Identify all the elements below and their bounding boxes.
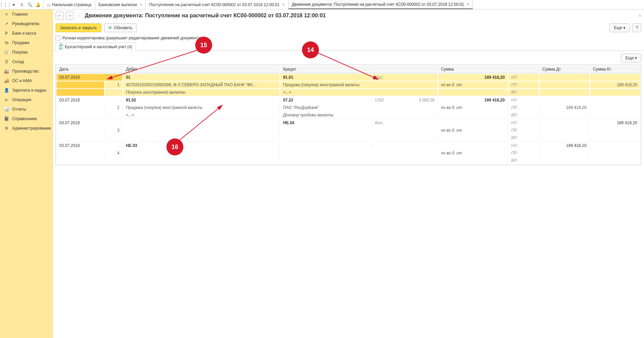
table-row[interactable]: 03.07.2018 НЕ.04 Кол.: НУ: 189 418,20: [57, 119, 640, 126]
bell-icon[interactable]: 🔔: [34, 1, 42, 9]
gear-icon: ⚙: [3, 126, 9, 131]
chart-icon: 📊: [3, 107, 9, 112]
sidebar-item-label: Главное: [12, 12, 28, 17]
table-row[interactable]: 3 по вх.д. от ПР:: [57, 127, 640, 134]
tab-bank-statements[interactable]: Банковские выписки×: [95, 0, 146, 9]
grid-more-button[interactable]: Еще ▾: [621, 54, 641, 62]
close-page-icon[interactable]: ×: [639, 13, 641, 18]
sidebar-item-purchases[interactable]: 🛒Покупки: [0, 48, 53, 57]
truck-icon: 🚚: [3, 78, 9, 83]
ruble-icon: ₽: [3, 31, 9, 36]
save-close-button[interactable]: Записать и закрыть: [56, 23, 101, 32]
menu-icon: ≡: [3, 12, 9, 17]
page-title: Движения документа: Поступление на расче…: [85, 13, 326, 19]
col-debet[interactable]: Дебет: [123, 65, 280, 73]
back-button[interactable]: ←: [56, 12, 64, 20]
refresh-button[interactable]: Обновить: [104, 23, 137, 32]
forward-button[interactable]: →: [66, 12, 74, 20]
sidebar-item-assets[interactable]: 🚚ОС и НМА: [0, 76, 53, 86]
manual-edit-label: Ручная корректировка (разрешает редактир…: [62, 36, 201, 40]
tab-accounting[interactable]: ДтКтБухгалтерский и налоговый учет (4): [56, 42, 136, 51]
table-row[interactable]: ВР:: [57, 134, 640, 142]
sidebar-item-label: Справочники: [12, 116, 37, 121]
table-row[interactable]: 4 по вх.д. от ПР:: [57, 150, 640, 156]
table-row[interactable]: <...> Договор продажи валюты ВР:: [57, 112, 640, 119]
col-sum-lbl: [508, 65, 539, 73]
table-row[interactable]: 03.07.2018 51 91.01 Кол.: 189 418,20 НУ:: [57, 74, 640, 81]
tab-receipt[interactable]: Поступление на расчетный счет КС00-00000…: [146, 0, 288, 9]
col-sum-kt[interactable]: Сумма Кт: [590, 65, 640, 73]
sidebar-item-salary[interactable]: 👤Зарплата и кадры: [0, 86, 53, 95]
sidebar-item-label: ОС и НМА: [12, 78, 32, 83]
bag-icon: 🛍: [3, 40, 9, 45]
close-icon[interactable]: ×: [282, 2, 285, 7]
sidebar-item-label: Отчеты: [12, 107, 26, 112]
trend-icon: ↗: [3, 21, 9, 26]
sidebar-item-manager[interactable]: ↗Руководителю: [0, 19, 53, 29]
close-icon[interactable]: ×: [140, 2, 142, 7]
tab-label: Бухгалтерский и налоговый учет (4): [65, 44, 132, 49]
tab-label: Поступление на расчетный счет КС00-00000…: [149, 2, 279, 7]
search-icon[interactable]: 🔍: [26, 1, 34, 9]
sidebar-item-catalogs[interactable]: 📓Справочники: [0, 114, 53, 124]
tab-label: Банковские выписки: [99, 2, 137, 7]
button-label: Еще ▾: [625, 56, 637, 60]
person-icon: 👤: [3, 88, 9, 93]
manual-edit-checkbox[interactable]: [56, 36, 60, 40]
top-toolbar: ⋮⋮⋮ ★ ⎘ 🔍 🔔 Начальная страница Банковски…: [0, 0, 644, 10]
refresh-icon: [108, 25, 114, 30]
table-row[interactable]: ВР:: [57, 157, 640, 164]
tab-bar: Начальная страница Банковские выписки× П…: [44, 0, 473, 9]
sidebar-item-operations[interactable]: ДтОперации: [0, 95, 53, 105]
sidebar-item-label: Покупки: [12, 50, 27, 55]
sidebar-item-sales[interactable]: 🛍Продажи: [0, 38, 53, 48]
clipboard-icon[interactable]: ⎘: [18, 1, 26, 9]
tab-label: Начальная страница: [52, 2, 91, 7]
sidebar-item-warehouse[interactable]: ☰Склад: [0, 57, 53, 67]
apps-icon[interactable]: ⋮⋮⋮: [1, 1, 9, 9]
button-label: Записать и закрыть: [60, 25, 97, 30]
table-row[interactable]: Покупка иностранной валюты <...> ВР:: [57, 89, 640, 96]
sidebar-item-bank[interactable]: ₽Банк и касса: [0, 29, 53, 38]
factory-icon: 🏭: [3, 69, 9, 74]
col-credit[interactable]: Кредит: [280, 65, 371, 73]
sidebar: ≡Главное ↗Руководителю ₽Банк и касса 🛍Пр…: [0, 10, 53, 338]
table-row[interactable]: 1 40702810300210000388, Ф-Л СЕВЕРО-ЗАПАД…: [57, 81, 640, 88]
book-icon: 📓: [3, 116, 9, 121]
content-area: ← → ☆ Движения документа: Поступление на…: [53, 10, 644, 338]
col-sum[interactable]: Сумма: [438, 65, 508, 73]
col-date[interactable]: Дата: [57, 65, 122, 73]
sidebar-item-reports[interactable]: 📊Отчеты: [0, 105, 53, 114]
sidebar-item-admin[interactable]: ⚙Администрирование: [0, 124, 53, 133]
favorite-star-icon[interactable]: ☆: [76, 13, 81, 19]
star-icon[interactable]: ★: [9, 1, 18, 9]
more-button[interactable]: Еще ▾: [609, 23, 630, 32]
tab-home[interactable]: Начальная страница: [44, 0, 95, 9]
close-icon[interactable]: ×: [467, 2, 469, 7]
button-label: Обновить: [114, 25, 132, 30]
help-button[interactable]: ?: [632, 23, 641, 32]
list-icon: ☰: [3, 59, 9, 64]
sidebar-item-label: Склад: [12, 59, 24, 64]
dtkt-icon: Дт: [3, 98, 9, 101]
button-label: ?: [636, 25, 638, 30]
col-credit-qty: [373, 65, 438, 73]
sidebar-item-label: Руководителю: [12, 21, 39, 26]
sidebar-item-production[interactable]: 🏭Производство: [0, 67, 53, 76]
button-label: Еще ▾: [614, 25, 625, 30]
table-row[interactable]: 03.07.2018 НЕ.03 НУ: 189 418,20: [57, 142, 640, 149]
sidebar-item-main[interactable]: ≡Главное: [0, 10, 53, 19]
sidebar-item-label: Администрирование: [12, 126, 51, 131]
sidebar-item-label: Производство: [12, 69, 39, 74]
sidebar-item-label: Продажи: [12, 40, 29, 45]
col-sum-dt[interactable]: Сумма Дт: [540, 65, 590, 73]
sidebar-item-label: Операции: [12, 97, 31, 102]
sidebar-item-label: Зарплата и кадры: [12, 88, 46, 93]
sidebar-item-label: Банк и касса: [12, 31, 36, 36]
accounting-grid[interactable]: Дата Дебет Кредит Сумма Сумма Дт Сумма К…: [56, 64, 641, 165]
table-row[interactable]: 2 Продажа (покупка) иностранной валюты П…: [57, 104, 640, 111]
tab-label: Движения документа: Поступление на расче…: [292, 2, 464, 7]
table-row[interactable]: 03.07.2018 91.02 57.22 USD 3 000,00 189 …: [57, 97, 640, 104]
dtkt-icon: ДтКт: [59, 43, 63, 51]
tab-movements[interactable]: Движения документа: Поступление на расче…: [288, 0, 473, 9]
